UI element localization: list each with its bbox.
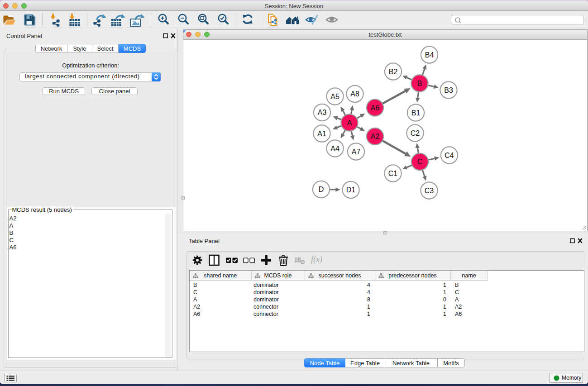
svg-text:B4: B4	[425, 51, 434, 59]
svg-text:C2: C2	[411, 129, 420, 137]
svg-text:B3: B3	[444, 86, 453, 94]
svg-text:A7: A7	[352, 148, 361, 156]
svg-text:A3: A3	[318, 109, 327, 116]
svg-text:C: C	[417, 158, 423, 166]
svg-text:A6: A6	[371, 104, 380, 112]
svg-text:D: D	[319, 186, 324, 193]
svg-text:A2: A2	[371, 133, 380, 140]
svg-text:A4: A4	[330, 145, 339, 152]
svg-text:A: A	[347, 119, 352, 127]
svg-text:C1: C1	[388, 170, 398, 177]
svg-text:C3: C3	[425, 187, 434, 195]
svg-text:B2: B2	[389, 68, 398, 76]
svg-text:B: B	[417, 80, 422, 87]
svg-text:B1: B1	[411, 109, 421, 117]
svg-text:A5: A5	[330, 93, 339, 100]
svg-text:A1: A1	[317, 130, 326, 138]
svg-text:C4: C4	[445, 152, 454, 159]
svg-text:A8: A8	[350, 90, 359, 98]
svg-text:D1: D1	[346, 186, 356, 194]
